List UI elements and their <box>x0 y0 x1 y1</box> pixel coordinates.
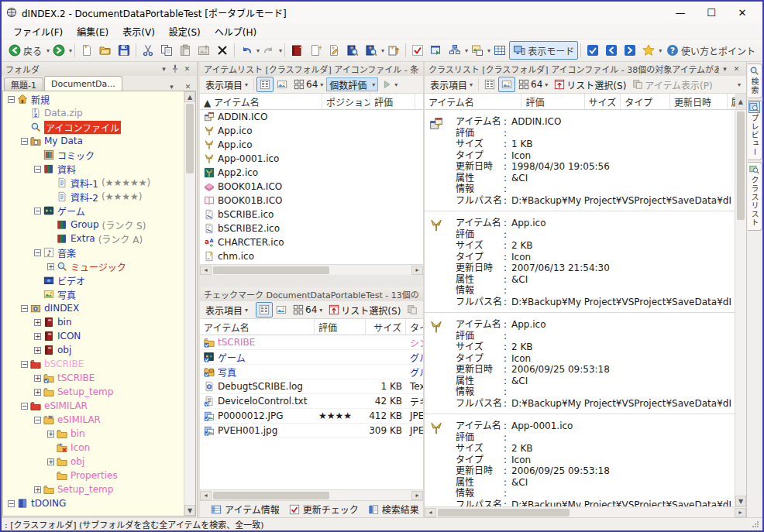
menu-2[interactable]: 表示(V) <box>115 23 162 39</box>
window-go-button[interactable] <box>427 41 446 60</box>
detail-view-icon[interactable] <box>481 77 498 92</box>
column-rating[interactable]: 評価 <box>315 319 366 335</box>
grid-view-button[interactable] <box>490 41 509 60</box>
folder-tab-1[interactable]: DocumentDa... <box>44 76 122 91</box>
tree-item[interactable]: + obj <box>3 455 184 469</box>
tree-item[interactable]: − ♪ 音楽 <box>3 245 184 259</box>
detail-view-icon[interactable] <box>256 302 273 317</box>
new-button[interactable]: ✦ <box>77 41 96 60</box>
class-list-entry[interactable]: アイテム名 : App.ico 評価 : サイズ : 2 KB <box>425 211 735 313</box>
copy-button[interactable] <box>157 41 176 60</box>
item-row[interactable]: ?chm.ico <box>200 249 423 263</box>
tree-item[interactable]: − 資料-1 (★★★★★) <box>3 176 184 190</box>
tree-item[interactable]: + bin <box>3 315 184 329</box>
play-button[interactable]: ▾ <box>378 77 401 92</box>
class-list-vscroll[interactable]: ▼ <box>735 110 746 506</box>
image-window-button[interactable] <box>468 41 487 60</box>
tab-menu-icon[interactable]: ▾ <box>166 83 177 91</box>
tree-item-label[interactable]: ゲーム <box>57 204 85 218</box>
expander-icon[interactable]: + <box>34 319 41 326</box>
blue-check-button[interactable] <box>583 41 602 60</box>
expander-icon[interactable]: + <box>34 333 41 340</box>
close-button[interactable]: ✕ <box>727 3 758 22</box>
delete-button[interactable] <box>213 41 232 60</box>
tree-item[interactable]: − tDOING <box>3 496 184 510</box>
expander-icon[interactable]: + <box>34 347 41 354</box>
tree-item[interactable]: − 写真 <box>3 287 184 301</box>
dropdown-arrow-icon[interactable]: ▾ <box>69 47 72 54</box>
tree-item-label[interactable]: bSCRIBE <box>44 359 84 369</box>
tree-item[interactable]: − Group (ランク S) <box>3 218 184 232</box>
display-items-button[interactable]: 表示項目▾ <box>427 77 476 92</box>
tree-item[interactable]: − アイコンファイル <box>3 120 184 134</box>
folder-tab-0[interactable]: 無題-1 <box>4 77 43 91</box>
column-type[interactable]: タイ <box>406 319 423 335</box>
tree-item-label[interactable]: tSCRIBE <box>57 372 95 383</box>
tree-item-label[interactable]: コミック <box>57 149 95 162</box>
org-chart-button[interactable] <box>446 41 464 60</box>
item-row[interactable]: aACHARCTER.ico <box>200 235 423 249</box>
expander-icon[interactable]: + <box>34 486 41 493</box>
item-row[interactable]: App-0001.ico <box>200 152 423 166</box>
expander-icon[interactable]: − <box>34 249 41 256</box>
nav-left-button[interactable] <box>602 41 621 60</box>
tile-size-button[interactable]: 64▾ <box>515 77 551 92</box>
tree-item[interactable]: + bin <box>3 427 184 441</box>
class-list-entry[interactable]: アイテム名 : App-0001.ico 評価 : サイズ : 2 KB <box>425 414 735 506</box>
save-button[interactable] <box>115 41 133 60</box>
tile-size-button[interactable]: 64▾ <box>290 302 325 317</box>
expander-icon[interactable]: − <box>34 166 41 173</box>
expander-icon[interactable]: − <box>21 138 28 145</box>
checkmark-row[interactable]: ゲーム グルー <box>200 350 423 365</box>
list-select-button[interactable]: リスト選択(S) <box>325 302 404 317</box>
image-view-icon[interactable] <box>273 302 290 317</box>
expander-icon[interactable]: − <box>21 361 28 368</box>
expander-icon[interactable]: − <box>34 208 41 215</box>
rating-mode-combo[interactable]: 個数評価▾ <box>326 77 378 91</box>
find-book2-button[interactable]: + <box>362 41 380 60</box>
tree-item[interactable]: − dINDEX <box>3 301 184 315</box>
item-list-header[interactable]: ▲ アイテム名 ポジション 評価 <box>200 94 423 110</box>
column-item-name[interactable]: アイテム名 <box>425 94 521 109</box>
tree-item[interactable]: − 新規 <box>3 92 184 106</box>
minimize-button[interactable]: — <box>665 3 696 22</box>
tree-item-label[interactable]: ビデオ <box>57 274 85 287</box>
class-list-entry[interactable]: アイテム名 : App.ico 評価 : サイズ : 2 KB <box>425 313 735 414</box>
resize-grip[interactable] <box>752 520 759 528</box>
expander-icon[interactable]: − <box>21 403 28 410</box>
tree-item-label[interactable]: obj <box>71 456 84 467</box>
expander-icon[interactable]: + <box>47 431 54 438</box>
import-button[interactable]: + <box>384 41 403 60</box>
column-attr[interactable]: 属 <box>728 94 735 109</box>
tree-item-label[interactable]: bin <box>71 428 85 439</box>
detail-view-icon[interactable] <box>256 77 274 92</box>
item-row[interactable]: bSCRIBE2.ico <box>200 221 423 235</box>
item-row[interactable]: ADDIN.ICO <box>200 110 423 124</box>
column-size[interactable]: サイズ <box>585 94 621 109</box>
scroll-down-icon[interactable]: ▼ <box>735 496 746 506</box>
tree-item-label[interactable]: bin <box>57 317 72 328</box>
maximize-button[interactable]: ☐ <box>696 3 727 22</box>
dropdown-arrow-icon[interactable]: ▾ <box>279 47 282 54</box>
undo-button[interactable] <box>237 41 256 60</box>
tree-item-label[interactable]: dINDEX <box>44 303 79 314</box>
tree-item[interactable]: − 資料-2 (★★★★) <box>3 190 184 204</box>
checkmark-row[interactable]: 写真 グルー <box>200 365 423 379</box>
expander-icon[interactable]: + <box>34 389 41 396</box>
tree-item-label[interactable]: Extra <box>71 233 95 244</box>
bottom-tab-2[interactable]: 検索結果 <box>363 502 424 517</box>
tree-item-label[interactable]: 資料-2 <box>71 190 98 204</box>
tree-item[interactable]: − ビデオ <box>3 273 184 287</box>
checkmark-row[interactable]: PVEH001.jpg 309 KB JPEG <box>200 424 423 438</box>
tree-item[interactable]: − NC eSIMILAR <box>3 413 184 427</box>
expander-icon[interactable]: − <box>21 305 28 312</box>
edit-page-button[interactable]: + <box>325 41 343 60</box>
tree-item[interactable]: − コミック <box>3 148 184 162</box>
column-rating[interactable]: 評価 <box>521 94 584 109</box>
dropdown-arrow-icon[interactable]: ▾ <box>659 47 662 54</box>
tree-item-label[interactable]: 音楽 <box>57 246 76 259</box>
help-button[interactable]: ?使い方とポイント <box>662 41 759 60</box>
tree-item-label[interactable]: Properties <box>71 470 118 481</box>
tree-item-label[interactable]: tDOING <box>31 498 66 509</box>
checkmark-hscroll[interactable]: ◂▸ <box>200 489 423 500</box>
